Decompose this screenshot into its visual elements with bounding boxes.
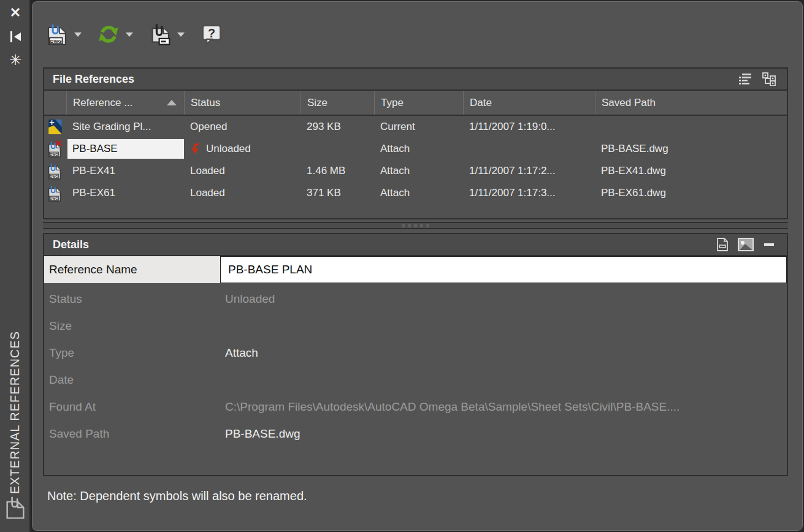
reference-name-input[interactable] xyxy=(220,256,787,283)
help-glyph: ? xyxy=(208,26,215,40)
dwg-unloaded-icon: DWG xyxy=(44,140,66,158)
reference-name-label: Reference Name xyxy=(44,256,220,283)
dwg-badge: DWG xyxy=(50,39,62,44)
xref-toolbar: DWG xyxy=(45,21,223,48)
dwg-badge: DWG xyxy=(50,197,58,200)
dwg-attached-icon: DWG xyxy=(44,162,66,180)
details-fields: Status Unloaded Size Type Attach Date Fo… xyxy=(44,283,787,447)
auto-hide-icon[interactable] xyxy=(0,29,31,44)
column-status[interactable]: Status xyxy=(184,91,301,115)
column-date[interactable]: Date xyxy=(463,91,595,115)
field-saved-path: Saved Path PB-BASE.dwg xyxy=(44,420,787,447)
dwg-attached-icon: DWG xyxy=(44,184,66,202)
attach-dwg-button[interactable]: DWG xyxy=(45,22,69,47)
column-size[interactable]: Size xyxy=(301,91,374,115)
collapse-panel-button[interactable] xyxy=(760,237,778,252)
details-header: Details xyxy=(44,234,787,256)
table-row-site-grading[interactable]: Site Grading Pl... Opened 293 KB Current… xyxy=(44,116,787,138)
help-button[interactable]: ? xyxy=(200,22,223,47)
tree-view-icon[interactable] xyxy=(760,72,778,86)
xref-palette-icon xyxy=(4,495,26,520)
table-row-pb-ex41[interactable]: DWG PB-EX41 Loaded 1.46 MB Attach 1/11/2… xyxy=(44,160,787,182)
field-size: Size xyxy=(44,313,787,340)
field-date: Date xyxy=(44,367,787,393)
details-view-icon[interactable] xyxy=(713,237,732,252)
field-type: Type Attach xyxy=(44,340,787,367)
rename-note: Note: Dependent symbols will also be ren… xyxy=(47,489,307,503)
palette-title: EXTERNAL REFERENCES xyxy=(8,331,22,494)
attach-dropdown-arrow[interactable] xyxy=(72,22,83,47)
details-panel: Details Reference Name xyxy=(43,233,788,476)
dwg-badge: DWG xyxy=(50,175,58,178)
list-view-icon[interactable] xyxy=(737,72,755,86)
reference-name-row: Reference Name xyxy=(44,256,787,283)
column-icon[interactable] xyxy=(44,91,66,115)
file-references-header: File References xyxy=(44,69,787,91)
details-title: Details xyxy=(53,238,89,251)
gear-icon[interactable]: ✳ xyxy=(0,51,31,69)
sort-ascending-icon xyxy=(167,100,177,105)
refresh-dropdown-arrow[interactable] xyxy=(124,22,135,47)
file-references-title: File References xyxy=(53,73,134,86)
close-icon[interactable]: ✕ xyxy=(0,5,31,21)
column-reference-name[interactable]: Reference ... xyxy=(66,91,184,115)
refresh-button[interactable] xyxy=(97,22,120,47)
field-status: Status Unloaded xyxy=(44,286,787,313)
preview-image-icon[interactable] xyxy=(737,237,755,252)
column-type[interactable]: Type xyxy=(374,91,463,115)
column-saved-path[interactable]: Saved Path xyxy=(595,91,787,115)
rename-inplace-input[interactable] xyxy=(67,139,184,159)
panel-splitter-handle[interactable] xyxy=(43,222,788,229)
table-row-pb-ex61[interactable]: DWG PB-EX61 Loaded 371 KB Attach 1/11/20… xyxy=(44,182,787,204)
table-column-headers: Reference ... Status Size Type Date Save… xyxy=(44,91,787,116)
external-references-palette: DWG xyxy=(31,0,804,532)
file-references-panel: File References xyxy=(43,67,788,219)
field-found-at: Found At C:\Program Files\Autodesk\AutoC… xyxy=(44,393,787,420)
dwg-badge: DWG xyxy=(50,153,58,156)
table-row-pb-base[interactable]: DWG Unloaded Attach PB-BASE.dwg xyxy=(44,138,787,160)
change-path-button[interactable] xyxy=(148,22,172,47)
change-path-dropdown-arrow[interactable] xyxy=(175,22,186,47)
palette-titlebar: ✕ ✳ EXTERNAL REFERENCES xyxy=(0,0,31,532)
unload-arrow-icon xyxy=(190,143,201,155)
current-drawing-icon xyxy=(44,119,66,135)
